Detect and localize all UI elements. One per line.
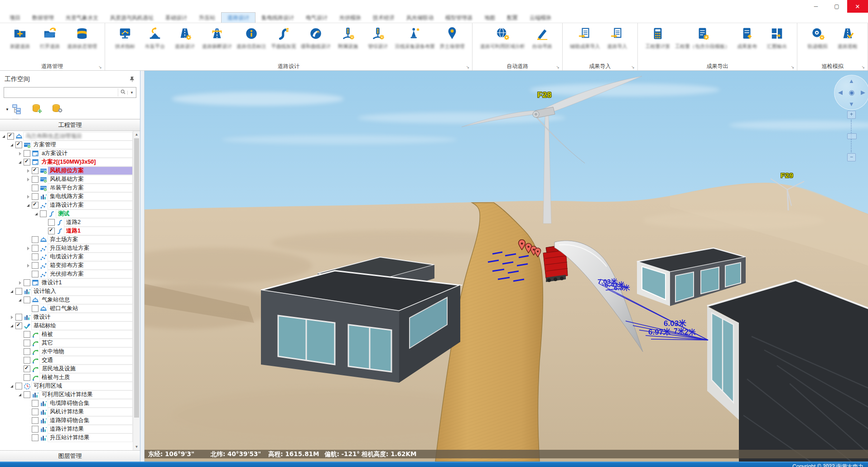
pan-right-icon[interactable]: ▶ (861, 89, 865, 95)
tree-row-微设计1[interactable]: 微设计1 (0, 278, 133, 287)
expander-icon[interactable] (25, 169, 31, 173)
visibility-checkbox[interactable] (32, 417, 39, 424)
ribbon-button[interactable]: 附属设施 (333, 24, 362, 49)
expander-icon[interactable] (17, 281, 23, 285)
tab-光资气象水文[interactable]: 光资气象水文 (60, 13, 104, 23)
tree-row-其它[interactable]: 其它 (0, 339, 133, 347)
ribbon-button[interactable]: 工程量计算 (643, 24, 672, 49)
search-dropdown-icon[interactable]: ▼ (127, 91, 136, 95)
view-caret-icon[interactable]: ▼ (5, 107, 9, 112)
tree-item-label[interactable]: 乌兰布和生态治理项目 (23, 132, 133, 141)
tree-row-方案2[(150MW)3x50][interactable]: 方案2[(150MW)3x50] (0, 158, 133, 166)
tree-row-光伏排布方案[interactable]: 光伏排布方案 (0, 270, 133, 278)
tree-item-label[interactable]: 水中地物 (39, 347, 133, 356)
expander-icon[interactable] (9, 144, 14, 146)
tree-item-label[interactable]: 电缆障碍物合集 (48, 399, 133, 408)
tree-item-label[interactable]: 植被与土质 (39, 373, 133, 382)
tree-row-交通[interactable]: 交通 (0, 356, 133, 365)
tree-row-道路设计方案[interactable]: 道路设计方案 (0, 201, 133, 209)
tab-电气设计[interactable]: 电气设计 (300, 13, 333, 23)
tree-row-可利用区域计算结果[interactable]: 可利用区域计算结果 (0, 390, 133, 399)
expander-icon[interactable] (9, 325, 14, 327)
visibility-checkbox[interactable] (24, 365, 30, 372)
dialog-launcher-icon[interactable]: ↘ (861, 65, 865, 69)
tree-row-植被[interactable]: 植被 (0, 330, 133, 339)
tree-row-气象站信息[interactable]: 气象站信息 (0, 296, 133, 304)
pan-left-icon[interactable]: ◀ (838, 89, 843, 95)
tree-item-label[interactable]: 吊装平台方案 (48, 184, 133, 192)
ribbon-button[interactable]: 新建道路 (5, 24, 34, 49)
tree-row-乌兰布和生态治理项目[interactable]: 乌兰布和生态治理项目 (0, 132, 133, 141)
tab-升压站[interactable]: 升压站 (193, 13, 221, 23)
expander-icon[interactable] (25, 195, 31, 199)
visibility-checkbox[interactable] (32, 193, 39, 200)
tree-row-风机基础方案[interactable]: 风机基础方案 (0, 175, 133, 184)
tab-集电线路设计[interactable]: 集电线路设计 (256, 13, 300, 23)
expander-icon[interactable] (17, 394, 23, 396)
tree-item-label[interactable]: 测试 (56, 209, 133, 218)
ribbon-button[interactable]: 道路可利用区域分析 (478, 24, 527, 49)
tree-row-方案管理[interactable]: 方案管理 (0, 141, 133, 149)
tree-item-label[interactable]: a方案设计 (39, 149, 133, 158)
visibility-checkbox[interactable] (32, 271, 39, 277)
tree-row-测试[interactable]: 测试 (0, 209, 133, 218)
zoom-in-button[interactable]: + (847, 111, 856, 119)
ribbon-button[interactable]: 道路信息标注 (235, 24, 268, 49)
ribbon-button[interactable]: 汇图输出 (762, 24, 791, 49)
tab-基础设计[interactable]: 基础设计 (159, 13, 193, 23)
visibility-checkbox[interactable] (40, 210, 47, 217)
ribbon-button[interactable]: 吊装平台 (140, 24, 169, 49)
navigation-pad[interactable]: ▲ ▼ ◀ ▶ ◉ (834, 75, 868, 110)
pan-up-icon[interactable]: ▲ (849, 78, 854, 84)
zoom-track[interactable] (851, 120, 855, 152)
ribbon-button[interactable]: 管综设计 (363, 24, 392, 49)
visibility-checkbox[interactable] (24, 297, 30, 303)
tree-item-label[interactable]: 道路1 (64, 227, 133, 235)
tree-item-label[interactable]: 光伏排布方案 (48, 270, 133, 278)
expander-icon[interactable] (1, 135, 6, 138)
ribbon-button[interactable]: 沿线采集设备布置 (393, 24, 437, 49)
ribbon-button[interactable]: 弃土场管理 (438, 24, 467, 49)
pan-down-icon[interactable]: ▼ (849, 101, 854, 107)
tree-item-label[interactable]: 可利用区域计算结果 (39, 390, 133, 399)
visibility-checkbox[interactable] (48, 228, 55, 234)
tab-道路设计[interactable]: 道路设计 (221, 12, 256, 23)
tree-item-label[interactable]: 磴口气象站 (48, 304, 133, 313)
tree-row-道路计算结果[interactable]: 道路计算结果 (0, 425, 133, 433)
zoom-handle[interactable] (847, 133, 857, 139)
expander-icon[interactable] (9, 316, 14, 319)
ribbon-button[interactable]: 轨迹模拟 (803, 24, 832, 49)
visibility-checkbox[interactable] (32, 305, 39, 312)
tree-item-label[interactable]: 微设计1 (39, 278, 133, 287)
eye-icon[interactable]: ◉ (849, 88, 854, 97)
tree-item-label[interactable]: 方案管理 (31, 141, 133, 149)
visibility-checkbox[interactable] (32, 176, 39, 183)
visibility-checkbox[interactable] (32, 185, 39, 191)
tree-row-磴口气象站[interactable]: 磴口气象站 (0, 304, 133, 313)
visibility-checkbox[interactable] (24, 348, 30, 355)
scroll-up-icon[interactable]: ▲ (133, 131, 140, 138)
expander-icon[interactable] (25, 247, 31, 250)
tab-模型管理器[interactable]: 模型管理器 (439, 13, 478, 23)
expander-icon[interactable] (17, 161, 23, 164)
visibility-checkbox[interactable] (32, 253, 39, 260)
tree-item-label[interactable]: 弃土场方案 (48, 235, 133, 244)
search-input[interactable] (4, 89, 118, 96)
tree-scrollbar[interactable]: ▲ ▼ (133, 131, 140, 450)
tab-云端模块[interactable]: 云端模块 (524, 13, 557, 23)
tree-item-label[interactable]: 风机排位方案 (48, 166, 133, 175)
tab-项目[interactable]: 项目 (4, 13, 26, 23)
expander-icon[interactable] (9, 290, 14, 293)
tree-item-label[interactable]: 其它 (39, 339, 133, 347)
tree-row-吊装平台方案[interactable]: 吊装平台方案 (0, 184, 133, 192)
close-button[interactable]: ✕ (847, 0, 868, 13)
ribbon-button[interactable]: 道路状态管理 (65, 24, 99, 49)
dialog-launcher-icon[interactable]: ↘ (466, 65, 470, 69)
visibility-checkbox[interactable] (48, 219, 55, 226)
tree-item-label[interactable]: 微设计 (31, 313, 133, 321)
visibility-checkbox[interactable] (32, 167, 39, 174)
expander-icon[interactable] (17, 299, 23, 302)
tree-item-label[interactable]: 气象站信息 (39, 296, 133, 304)
tab-地图[interactable]: 地图 (478, 13, 501, 23)
visibility-checkbox[interactable] (24, 340, 30, 346)
